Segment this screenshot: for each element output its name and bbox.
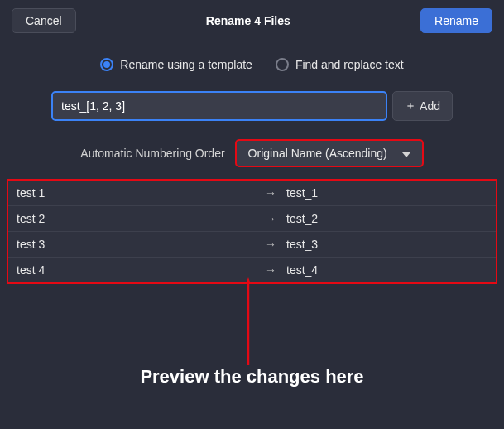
preview-row: test 1→test_1: [8, 181, 496, 206]
order-dropdown-value: Original Name (Ascending): [248, 147, 387, 160]
cancel-button[interactable]: Cancel: [12, 8, 76, 33]
preview-old-name: test 1: [17, 186, 265, 200]
chevron-down-icon: [402, 147, 410, 160]
preview-old-name: test 2: [17, 212, 265, 225]
radio-indicator-icon: [276, 58, 289, 71]
arrow-right-icon: →: [265, 238, 286, 251]
radio-template[interactable]: Rename using a template: [100, 58, 252, 71]
template-input[interactable]: [51, 91, 387, 121]
order-dropdown[interactable]: Original Name (Ascending): [235, 139, 424, 167]
dialog-title: Rename 4 Files: [206, 14, 290, 27]
order-row: Automatic Numbering Order Original Name …: [0, 139, 504, 167]
order-label: Automatic Numbering Order: [80, 147, 224, 160]
preview-row: test 4→test_4: [8, 258, 496, 282]
preview-row: test 3→test_3: [8, 232, 496, 258]
preview-old-name: test 3: [17, 238, 265, 251]
radio-indicator-icon: [100, 58, 113, 71]
plus-icon: ＋: [405, 99, 416, 113]
radio-template-label: Rename using a template: [120, 58, 252, 71]
dialog-header: Cancel Rename 4 Files Rename: [0, 0, 504, 41]
template-row: ＋Add: [0, 91, 504, 121]
annotation-text: Preview the changes here: [0, 366, 504, 388]
preview-new-name: test_1: [286, 186, 487, 200]
preview-new-name: test_2: [286, 212, 487, 225]
add-button-label: Add: [420, 99, 440, 113]
preview-row: test 2→test_2: [8, 206, 496, 232]
arrow-right-icon: →: [265, 263, 286, 277]
radio-find-replace[interactable]: Find and replace text: [276, 58, 404, 71]
mode-radio-group: Rename using a template Find and replace…: [0, 58, 504, 71]
preview-new-name: test_3: [286, 238, 487, 251]
arrow-right-icon: →: [265, 212, 286, 225]
preview-old-name: test 4: [17, 263, 265, 277]
preview-new-name: test_4: [286, 263, 487, 277]
rename-button[interactable]: Rename: [420, 8, 492, 33]
arrow-right-icon: →: [265, 186, 286, 200]
radio-find-replace-label: Find and replace text: [295, 58, 404, 71]
preview-list: test 1→test_1test 2→test_2test 3→test_3t…: [7, 179, 497, 284]
add-button[interactable]: ＋Add: [392, 91, 453, 121]
annotation-arrow-icon: [246, 277, 251, 365]
